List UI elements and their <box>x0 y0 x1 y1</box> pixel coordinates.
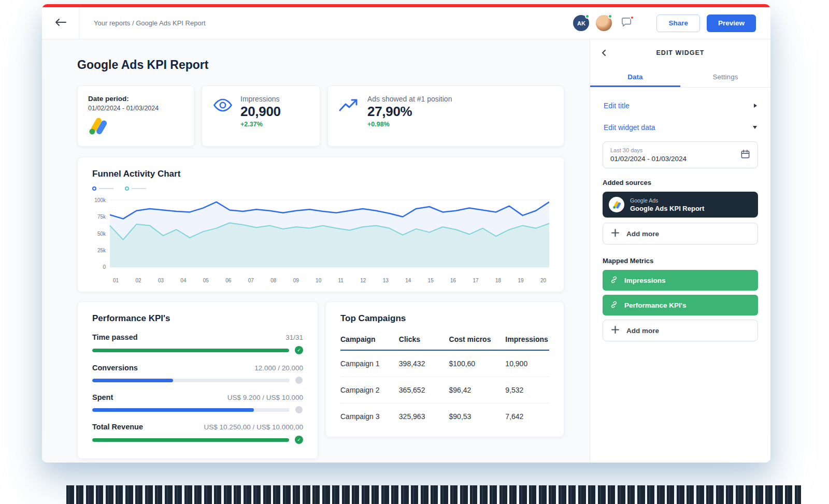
x-tick-label: 05 <box>203 278 209 283</box>
y-tick-label: 25k <box>97 248 106 253</box>
legend-series-blue[interactable] <box>92 186 113 191</box>
kpi-content: Ads showed at #1 position 27,90% +0.98% <box>367 95 452 137</box>
kpi-label: Ads showed at #1 position <box>367 95 452 103</box>
check-circle-icon: ✓ <box>295 436 303 444</box>
kpi-content: Impressions 20,900 +2.37% <box>240 95 281 137</box>
metric-impressions-button[interactable]: Impressions <box>603 270 758 291</box>
add-more-label: Add more <box>626 230 659 238</box>
bottom-widgets-row: Performance KPI's Time passed 31/31 ✓ <box>77 301 564 459</box>
x-tick-label: 16 <box>450 278 456 283</box>
kpi-card-position[interactable]: Ads showed at #1 position 27,90% +0.98% <box>327 85 564 147</box>
mapped-metrics-label: Mapped Metrics <box>603 257 758 265</box>
calendar-icon <box>740 149 750 161</box>
legend-line <box>132 188 146 189</box>
add-source-button[interactable]: Add more <box>603 223 758 244</box>
perf-value: US$ 9.200 / US$ 10.000 <box>227 394 303 401</box>
panel-back-button[interactable] <box>601 39 608 66</box>
edit-title-row[interactable]: Edit title <box>603 95 758 117</box>
share-button[interactable]: Share <box>656 15 700 32</box>
edit-widget-data-label: Edit widget data <box>604 123 655 132</box>
x-tick-label: 04 <box>180 278 186 283</box>
campaigns-title: Top Campaigns <box>340 313 549 324</box>
kpi-card-date-period[interactable]: Date period: 01/02/2024 - 01/03/2024 <box>77 85 194 147</box>
source-name: Google Ads KPI Report <box>630 205 704 212</box>
x-tick-label: 07 <box>248 278 254 283</box>
progress-track <box>92 379 290 382</box>
source-text: Google Ads Google Ads KPI Report <box>630 197 704 212</box>
y-axis-labels: 100k75k50k25k0 <box>92 196 110 273</box>
chevron-down-icon <box>753 126 757 129</box>
topbar-actions: AK Share Preview <box>573 15 770 32</box>
perf-label: Spent <box>92 393 113 401</box>
cell-clicks: 325,963 <box>399 404 449 430</box>
cell-cost: $90,53 <box>449 404 506 430</box>
x-tick-label: 13 <box>383 278 389 283</box>
edit-widget-data-row[interactable]: Edit widget data <box>603 117 758 138</box>
perf-value: 31/31 <box>285 334 303 341</box>
cell-clicks: 365,652 <box>399 377 449 404</box>
x-tick-label: 10 <box>316 278 321 283</box>
breadcrumb[interactable]: Your reports / Google Ads KPI Report <box>94 19 206 27</box>
chat-button[interactable] <box>619 16 634 31</box>
cell-clicks: 398,432 <box>399 350 449 377</box>
table-row: Campaign 3 325,963 $90,53 7,642 <box>340 404 549 430</box>
back-button[interactable] <box>42 7 79 39</box>
topbar: Your reports / Google Ads KPI Report AK <box>42 7 770 39</box>
funnel-chart-card[interactable]: Funnel Activity Chart <box>77 157 564 292</box>
tab-data[interactable]: Data <box>590 66 680 87</box>
column-header: Campaign <box>340 333 399 350</box>
preview-button[interactable]: Preview <box>707 15 756 32</box>
metric-performance-kpis-button[interactable]: Performance KPI's <box>603 295 758 315</box>
x-tick-label: 15 <box>428 278 434 283</box>
progress-fill <box>92 379 173 382</box>
campaigns-header-row: Campaign Clicks Cost micros Impressions <box>340 333 549 350</box>
check-circle-icon: ✓ <box>295 346 303 354</box>
x-tick-label: 12 <box>360 278 366 283</box>
x-tick-label: 20 <box>540 278 546 283</box>
edit-widget-panel: EDIT WIDGET Data Settings Edit title Edi… <box>590 39 770 463</box>
legend-series-teal[interactable] <box>125 186 146 191</box>
kpi-card-impressions[interactable]: Impressions 20,900 +2.37% <box>202 85 320 147</box>
perf-label: Total Revenue <box>92 423 143 431</box>
perf-value: 12.000 / 20.000 <box>254 364 303 372</box>
link-icon <box>610 276 618 285</box>
x-axis-labels: 0102030405060708091011121314151617181920 <box>110 273 549 283</box>
google-ads-logo-icon <box>88 117 183 137</box>
chevron-left-icon <box>601 49 608 56</box>
user-avatar-initials[interactable]: AK <box>573 15 589 31</box>
cell-impressions: 10,900 <box>505 350 549 377</box>
date-preset-label: Last 30 days <box>610 147 687 153</box>
progress-track <box>92 438 289 442</box>
perf-item-total-revenue: Total Revenue US$ 10.250,00 / US$ 10.000… <box>92 423 303 444</box>
online-status-dot <box>585 14 590 19</box>
performance-kpis-card[interactable]: Performance KPI's Time passed 31/31 ✓ <box>77 301 318 459</box>
x-tick-label: 03 <box>158 278 164 283</box>
cell-cost: $100,60 <box>449 350 506 377</box>
x-tick-label: 01 <box>113 278 119 283</box>
panel-header: EDIT WIDGET <box>590 39 770 66</box>
user-avatar-photo[interactable] <box>596 15 612 31</box>
chart-area: 100k75k50k25k0 0102030405060708091011121… <box>92 196 549 283</box>
page: Your reports / Google Ads KPI Report AK <box>0 0 829 504</box>
column-header: Cost micros <box>449 333 506 350</box>
metric-label: Performance KPI's <box>624 301 687 309</box>
kpi-value: 01/02/2024 - 01/03/2024 <box>88 105 183 112</box>
plus-icon <box>611 229 619 238</box>
perf-label: Conversions <box>92 364 138 372</box>
legend-marker-blue-icon <box>92 186 96 191</box>
kpi-row: Date period: 01/02/2024 - 01/03/2024 <box>77 85 564 147</box>
table-row: Campaign 1 398,432 $100,60 10,900 <box>340 350 549 377</box>
cell-impressions: 9,532 <box>505 377 549 404</box>
x-tick-label: 18 <box>495 278 501 283</box>
add-metric-button[interactable]: Add more <box>603 320 758 341</box>
source-card-google-ads[interactable]: Google Ads Google Ads KPI Report <box>603 192 758 218</box>
y-tick-label: 75k <box>97 214 106 220</box>
top-campaigns-card[interactable]: Top Campaigns Campaign Clicks Cost micro… <box>325 301 564 437</box>
y-tick-label: 50k <box>97 231 106 237</box>
cell-campaign: Campaign 2 <box>340 377 399 404</box>
x-tick-label: 17 <box>473 278 479 283</box>
tab-settings[interactable]: Settings <box>680 66 770 87</box>
x-tick-label: 08 <box>270 278 276 283</box>
link-icon <box>610 300 618 310</box>
date-range-selector[interactable]: Last 30 days 01/02/2024 - 01/03/2024 <box>603 141 758 168</box>
